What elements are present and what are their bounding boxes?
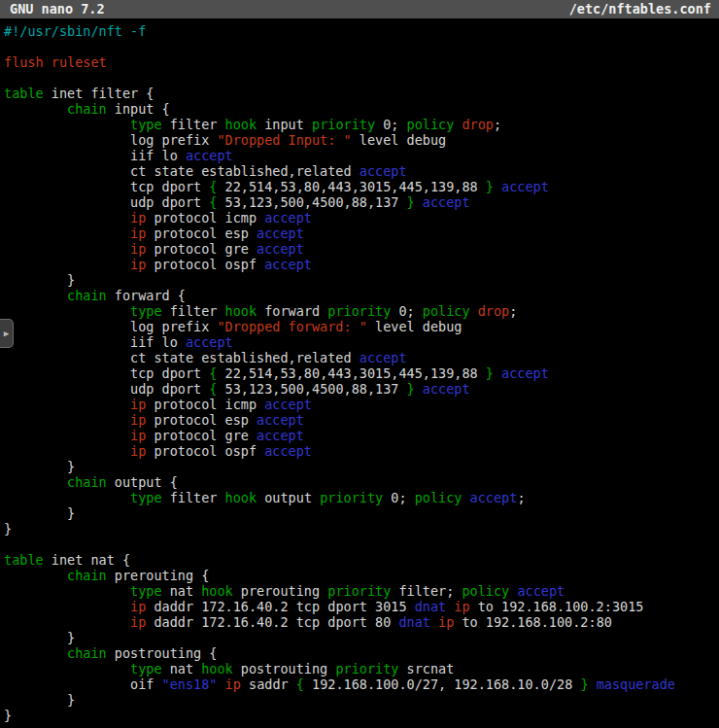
code-segment: } bbox=[4, 459, 75, 474]
code-segment: accept bbox=[264, 443, 312, 459]
panel-toggle-tab[interactable]: ▶ bbox=[0, 319, 14, 348]
code-segment: protocol gre bbox=[146, 428, 257, 443]
code-segment: type bbox=[130, 303, 162, 319]
code-line: chain input { bbox=[4, 101, 719, 117]
code-line: } bbox=[4, 692, 719, 708]
code-line: tcp dport { 22,514,53,80,443,3015,445,13… bbox=[4, 179, 719, 194]
code-line: } bbox=[4, 630, 719, 645]
code-segment: ip bbox=[130, 599, 146, 614]
code-segment: hook bbox=[225, 117, 257, 132]
code-segment: hook bbox=[201, 583, 233, 599]
code-segment: protocol icmp bbox=[146, 210, 264, 225]
code-segment: output { bbox=[107, 474, 178, 490]
code-segment bbox=[470, 303, 478, 319]
code-line: ip protocol gre accept bbox=[4, 428, 719, 443]
code-segment: "Dropped Input: " bbox=[217, 132, 351, 148]
code-segment: } bbox=[4, 630, 75, 645]
code-segment: masquerade bbox=[597, 676, 675, 692]
code-line: flush ruleset bbox=[4, 54, 719, 70]
code-segment: policy bbox=[415, 490, 462, 505]
code-segment: input { bbox=[107, 101, 170, 117]
code-line: ip protocol ospf accept bbox=[4, 257, 719, 272]
code-line: chain postrouting { bbox=[4, 645, 719, 661]
code-segment: oif bbox=[4, 676, 162, 692]
code-segment: ip bbox=[438, 614, 454, 630]
code-line: type filter hook input priority 0; polic… bbox=[4, 117, 719, 132]
code-line: oif "ens18" ip saddr { 192.168.100.0/27,… bbox=[4, 676, 719, 692]
code-segment: dnat bbox=[398, 614, 430, 630]
code-segment bbox=[4, 412, 130, 428]
code-line: ip protocol icmp accept bbox=[4, 397, 719, 412]
code-segment: accept bbox=[360, 163, 407, 179]
code-segment: iif lo bbox=[4, 334, 186, 350]
code-segment: { bbox=[296, 676, 304, 692]
code-line: } bbox=[4, 521, 719, 537]
code-segment bbox=[4, 599, 130, 614]
code-segment: table bbox=[4, 86, 44, 101]
code-segment: protocol gre bbox=[146, 241, 257, 257]
code-line: log prefix "Dropped forward: " level deb… bbox=[4, 319, 719, 334]
code-segment: level debug bbox=[367, 319, 462, 334]
code-segment: #!/usr/sbin/nft -f bbox=[4, 23, 146, 39]
code-line: ip daddr 172.16.40.2 tcp dport 80 dnat i… bbox=[4, 614, 719, 630]
code-segment: 0; bbox=[383, 490, 415, 505]
code-line: udp dport { 53,123,500,4500,88,137 } acc… bbox=[4, 381, 719, 397]
code-segment: nat bbox=[162, 661, 202, 676]
code-segment: } bbox=[4, 521, 12, 537]
code-segment: policy bbox=[407, 117, 455, 132]
code-segment bbox=[415, 194, 423, 210]
code-segment: } bbox=[407, 194, 415, 210]
code-line: ip protocol esp accept bbox=[4, 412, 719, 428]
code-line bbox=[4, 537, 719, 552]
code-segment bbox=[4, 568, 67, 583]
code-segment: inet nat { bbox=[44, 552, 130, 568]
code-segment: 0; bbox=[391, 303, 423, 319]
code-segment bbox=[4, 117, 130, 132]
code-segment: 192.168.100.0/27, 192.168.10.0/28 bbox=[304, 676, 580, 692]
code-segment bbox=[4, 288, 67, 303]
code-segment: udp dport bbox=[4, 194, 209, 210]
code-segment bbox=[4, 101, 67, 117]
code-line: log prefix "Dropped Input: " level debug bbox=[4, 132, 719, 148]
code-segment bbox=[4, 397, 130, 412]
code-segment: 22,514,53,80,443,3015,445,139,88 bbox=[217, 179, 485, 194]
code-segment: ip bbox=[454, 599, 469, 614]
code-line: } bbox=[4, 459, 719, 474]
code-segment: ip bbox=[130, 614, 146, 630]
code-line: chain output { bbox=[4, 474, 719, 490]
code-segment: priority bbox=[312, 117, 375, 132]
code-line: type filter hook forward priority 0; pol… bbox=[4, 303, 719, 319]
code-segment bbox=[415, 381, 423, 397]
code-segment: } bbox=[580, 676, 588, 692]
code-segment: iif lo bbox=[4, 148, 186, 163]
code-line: tcp dport { 22,514,53,80,443,3015,445,13… bbox=[4, 365, 719, 381]
editor-area[interactable]: #!/usr/sbin/nft -fflush rulesettable ine… bbox=[0, 18, 719, 723]
code-segment: policy bbox=[462, 583, 509, 599]
code-line: } bbox=[4, 708, 719, 723]
code-segment: ip bbox=[130, 428, 146, 443]
code-segment: accept bbox=[517, 583, 565, 599]
code-line: ip daddr 172.16.40.2 tcp dport 3015 dnat… bbox=[4, 599, 719, 614]
code-line: type nat hook prerouting priority filter… bbox=[4, 583, 719, 599]
code-segment: ip bbox=[130, 225, 146, 241]
code-segment bbox=[4, 614, 130, 630]
code-segment: hook bbox=[225, 303, 257, 319]
code-line: #!/usr/sbin/nft -f bbox=[4, 23, 719, 39]
code-segment: level debug bbox=[352, 132, 447, 148]
code-segment: 53,123,500,4500,88,137 bbox=[217, 194, 406, 210]
code-segment: postrouting { bbox=[107, 645, 218, 661]
chevron-right-icon: ▶ bbox=[4, 329, 9, 338]
code-segment: accept bbox=[423, 381, 470, 397]
code-segment: protocol ospf bbox=[146, 257, 264, 272]
code-line: ct state established,related accept bbox=[4, 350, 719, 365]
code-segment: accept bbox=[186, 148, 233, 163]
code-segment: priority bbox=[327, 303, 391, 319]
code-segment: accept bbox=[186, 334, 233, 350]
code-segment: inet filter { bbox=[44, 86, 154, 101]
code-segment: forward { bbox=[107, 288, 186, 303]
code-segment: output bbox=[257, 490, 320, 505]
code-segment bbox=[4, 490, 130, 505]
code-segment: accept bbox=[257, 412, 304, 428]
code-segment bbox=[494, 365, 501, 381]
code-segment: prerouting { bbox=[107, 568, 210, 583]
